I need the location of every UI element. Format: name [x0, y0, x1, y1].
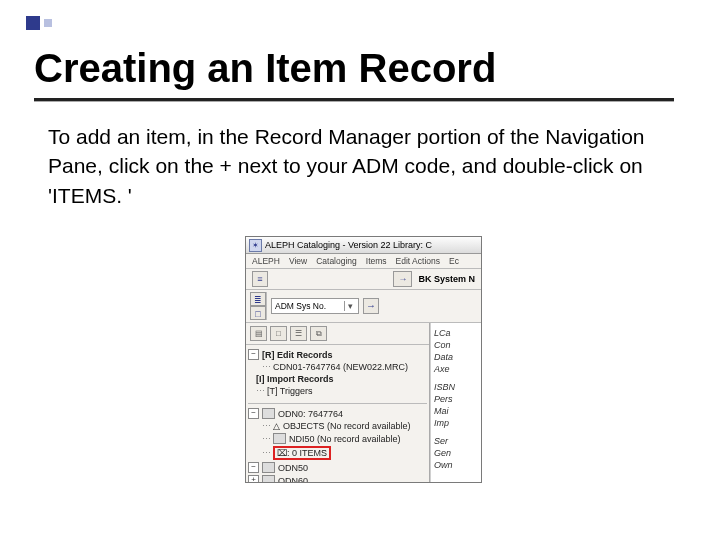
- menu-bar: ALEPH View Cataloging Items Edit Actions…: [246, 254, 481, 269]
- field-label: Pers: [434, 394, 478, 404]
- pane-tab-3[interactable]: ☰: [290, 326, 307, 341]
- folder-icon: [262, 462, 275, 473]
- menu-items[interactable]: Items: [366, 256, 387, 266]
- record-detail-pane: LCa Con Data Axe ISBN Pers Mai Imp Ser G…: [430, 323, 481, 483]
- doc-icon: [273, 433, 286, 444]
- screenshot-window: ✶ ALEPH Cataloging - Version 22 Library:…: [245, 236, 482, 483]
- field-label: Own: [434, 460, 478, 470]
- app-icon: ✶: [249, 239, 262, 252]
- field-label: Ser: [434, 436, 478, 446]
- collapse-icon[interactable]: −: [248, 408, 259, 419]
- navigation-pane: ▤ □ ☰ ⧉ −[R] Edit Records ⋯CDN01-7647764…: [246, 323, 430, 483]
- title-underline: [34, 98, 674, 102]
- pane-tab-2[interactable]: □: [270, 326, 287, 341]
- collapse-icon[interactable]: −: [248, 462, 259, 473]
- field-label: Mai: [434, 406, 478, 416]
- toolbar-label: BK System N: [418, 274, 475, 284]
- toolbar-arrow-icon[interactable]: →: [393, 271, 412, 287]
- combo-label: ADM Sys No.: [275, 301, 326, 311]
- chevron-down-icon[interactable]: ▾: [344, 301, 355, 311]
- tree-objects[interactable]: OBJECTS (No record available): [283, 421, 411, 431]
- adm-sys-no-combo[interactable]: ADM Sys No. ▾: [271, 298, 359, 314]
- tree-connector: ⋯: [262, 362, 270, 372]
- slide-body: To add an item, in the Record Manager po…: [48, 122, 648, 210]
- folder-icon: [262, 475, 275, 483]
- field-label: ISBN: [434, 382, 478, 392]
- pane-tab-4[interactable]: ⧉: [310, 326, 327, 341]
- tree-ndi50[interactable]: NDI50 (No record available): [289, 434, 401, 444]
- field-label: Imp: [434, 418, 478, 428]
- accent-square-small: [44, 19, 52, 27]
- field-label: Axe: [434, 364, 478, 374]
- field-label: Data: [434, 352, 478, 362]
- tree-items-highlight[interactable]: ⌧: 0 ITEMS: [273, 446, 331, 460]
- pane-tabs: ▤ □ ☰ ⧉: [246, 323, 429, 345]
- window-title-text: ALEPH Cataloging - Version 22 Library: C: [265, 240, 432, 250]
- window-titlebar: ✶ ALEPH Cataloging - Version 22 Library:…: [246, 237, 481, 254]
- tree-edit-records[interactable]: [R] Edit Records: [262, 350, 333, 360]
- slide-title: Creating an Item Record: [34, 46, 496, 91]
- field-label: Gen: [434, 448, 478, 458]
- tree-odn-root[interactable]: ODN0: 7647764: [278, 409, 343, 419]
- folder-icon: [262, 408, 275, 419]
- menu-cataloging[interactable]: Cataloging: [316, 256, 357, 266]
- field-label: LCa: [434, 328, 478, 338]
- menu-truncated[interactable]: Ec: [449, 256, 459, 266]
- expand-icon[interactable]: +: [248, 475, 259, 483]
- pane-tab-1[interactable]: ▤: [250, 326, 267, 341]
- toolbar: ≡ → BK System N: [246, 269, 481, 290]
- menu-edit-actions[interactable]: Edit Actions: [396, 256, 440, 266]
- tree-connector: ⋯: [256, 386, 264, 396]
- menu-aleph[interactable]: ALEPH: [252, 256, 280, 266]
- tree-odn50[interactable]: ODN50: [278, 463, 308, 473]
- collapse-icon[interactable]: −: [248, 349, 259, 360]
- tree-record-file[interactable]: CDN01-7647764 (NEW022.MRC): [273, 362, 408, 372]
- menu-view[interactable]: View: [289, 256, 307, 266]
- tree-triggers[interactable]: [T] Triggers: [267, 386, 313, 396]
- tree-import-records[interactable]: [I] Import Records: [256, 374, 334, 384]
- record-manager-tree: −[R] Edit Records ⋯CDN01-7647764 (NEW022…: [246, 345, 429, 483]
- toolbar-new-icon[interactable]: ≡: [252, 271, 268, 287]
- address-bar: ≣ □ ADM Sys No. ▾ →: [246, 290, 481, 323]
- addr-sidetab-top[interactable]: ≣: [250, 292, 266, 306]
- field-label: Con: [434, 340, 478, 350]
- addr-sidetab-bottom[interactable]: □: [250, 306, 266, 320]
- accent-square: [26, 16, 40, 30]
- tree-odn60[interactable]: ODN60: [278, 476, 308, 484]
- go-button[interactable]: →: [363, 298, 379, 314]
